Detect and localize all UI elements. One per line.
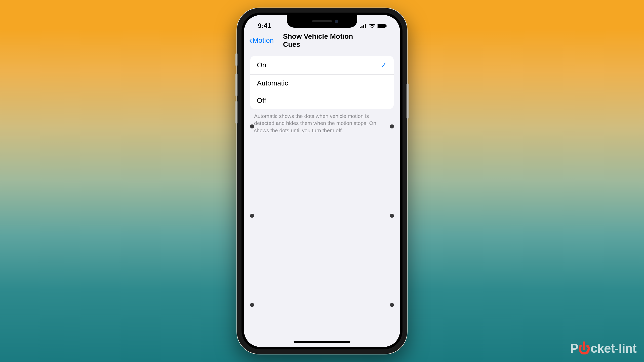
svg-rect-0 xyxy=(360,27,361,28)
option-label: Off xyxy=(257,97,266,105)
svg-rect-3 xyxy=(365,24,366,28)
motion-cues-option-group: On ✓ Automatic Off xyxy=(250,56,394,109)
phone-notch xyxy=(287,15,357,28)
back-button[interactable]: ‹ Motion xyxy=(249,36,274,45)
power-button xyxy=(407,83,409,119)
battery-icon xyxy=(377,24,387,28)
status-icons xyxy=(360,24,387,28)
silent-switch xyxy=(235,53,237,66)
watermark-brand: P⏻cket-lint xyxy=(570,341,636,356)
chevron-left-icon: ‹ xyxy=(249,36,252,45)
settings-footer-text: Automatic shows the dots when vehicle mo… xyxy=(244,109,400,138)
motion-dot xyxy=(250,303,254,307)
option-automatic[interactable]: Automatic xyxy=(250,75,394,92)
volume-down-button xyxy=(235,101,237,124)
svg-rect-2 xyxy=(363,25,364,28)
phone-screen: 9:41 xyxy=(244,15,400,347)
phone-device-frame: 9:41 xyxy=(236,8,408,354)
svg-rect-5 xyxy=(378,24,386,28)
watermark-post: cket-lint xyxy=(590,341,636,355)
option-label: On xyxy=(257,61,266,69)
svg-rect-1 xyxy=(361,26,363,28)
speaker-grille xyxy=(312,20,332,22)
phone-bezel: 9:41 xyxy=(242,13,403,349)
motion-dot xyxy=(390,303,394,307)
watermark-pre: P xyxy=(570,341,578,355)
navigation-bar: ‹ Motion Show Vehicle Motion Cues xyxy=(244,33,400,48)
wifi-icon xyxy=(369,24,375,28)
power-icon: ⏻ xyxy=(578,341,590,356)
status-time: 9:41 xyxy=(258,22,271,30)
home-indicator[interactable] xyxy=(294,341,350,343)
option-on[interactable]: On ✓ xyxy=(250,56,394,75)
checkmark-icon: ✓ xyxy=(380,60,387,70)
motion-dot xyxy=(250,214,254,218)
cellular-signal-icon xyxy=(360,24,367,28)
option-off[interactable]: Off xyxy=(250,92,394,109)
back-button-label: Motion xyxy=(253,36,274,44)
svg-rect-6 xyxy=(386,25,387,27)
front-camera xyxy=(335,20,338,23)
volume-up-button xyxy=(235,73,237,96)
option-label: Automatic xyxy=(257,79,288,87)
page-title: Show Vehicle Motion Cues xyxy=(283,32,361,49)
motion-dot xyxy=(390,214,394,218)
